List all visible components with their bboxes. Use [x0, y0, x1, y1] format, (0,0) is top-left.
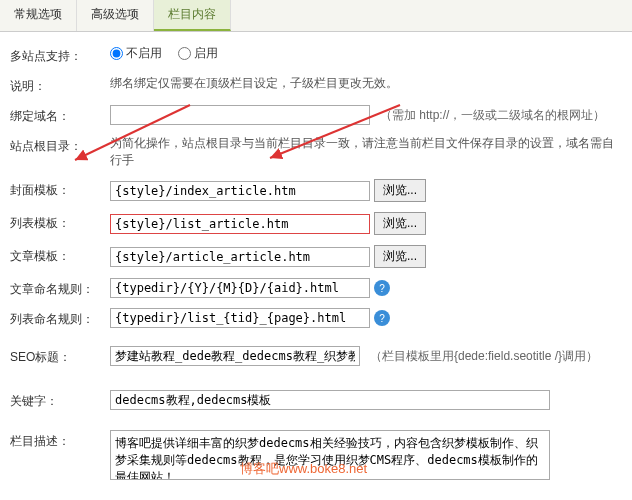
listrule-input[interactable] [110, 308, 370, 328]
tab-advanced[interactable]: 高级选项 [77, 0, 154, 31]
list-input[interactable] [110, 214, 370, 234]
radio-off[interactable] [110, 47, 123, 60]
desc-text: 绑名绑定仅需要在顶级栏目设定，子级栏目更改无效。 [110, 75, 622, 92]
label-root: 站点根目录： [10, 135, 110, 155]
label-cover: 封面模板： [10, 179, 110, 199]
help-icon[interactable]: ? [374, 280, 390, 296]
label-descr: 栏目描述： [10, 430, 110, 450]
seo-hint: （栏目模板里用{dede:field.seotitle /}调用） [370, 348, 598, 365]
tabs: 常规选项 高级选项 栏目内容 [0, 0, 632, 32]
tab-general[interactable]: 常规选项 [0, 0, 77, 31]
keywords-input[interactable] [110, 390, 550, 410]
artrule-input[interactable] [110, 278, 370, 298]
article-input[interactable] [110, 247, 370, 267]
seo-input[interactable] [110, 346, 360, 366]
label-list: 列表模板： [10, 212, 110, 232]
label-artrule: 文章命名规则： [10, 278, 110, 298]
article-browse-button[interactable]: 浏览... [374, 245, 426, 268]
help-icon[interactable]: ? [374, 310, 390, 326]
radio-on-label[interactable]: 启用 [178, 45, 218, 62]
label-domain: 绑定域名： [10, 105, 110, 125]
label-keywords: 关键字： [10, 390, 110, 410]
tab-content[interactable]: 栏目内容 [154, 0, 231, 31]
cover-input[interactable] [110, 181, 370, 201]
label-desc: 说明： [10, 75, 110, 95]
cover-browse-button[interactable]: 浏览... [374, 179, 426, 202]
list-browse-button[interactable]: 浏览... [374, 212, 426, 235]
label-multisite: 多站点支持： [10, 45, 110, 65]
radio-off-label[interactable]: 不启用 [110, 45, 162, 62]
radio-on[interactable] [178, 47, 191, 60]
label-article: 文章模板： [10, 245, 110, 265]
label-listrule: 列表命名规则： [10, 308, 110, 328]
domain-hint: （需加 http://，一级或二级域名的根网址） [380, 107, 605, 124]
label-seo: SEO标题： [10, 346, 110, 366]
root-text: 为简化操作，站点根目录与当前栏目目录一致，请注意当前栏目文件保存目录的设置，域名… [110, 135, 622, 169]
watermark: 博客吧www.boke8.net [240, 460, 367, 478]
domain-input[interactable] [110, 105, 370, 125]
